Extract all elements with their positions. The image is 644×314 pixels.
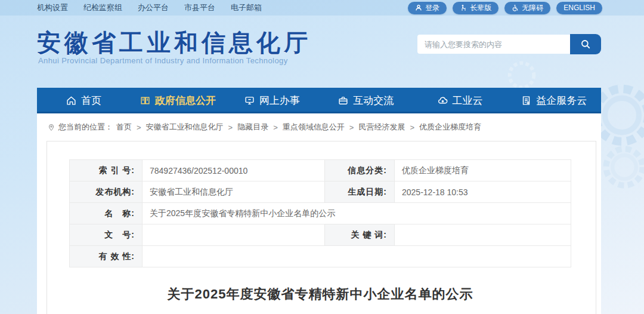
breadcrumb-item-home[interactable]: 首页 bbox=[116, 122, 132, 133]
search-icon bbox=[580, 39, 591, 50]
breadcrumb-prefix: 您当前的位置： bbox=[58, 122, 113, 133]
elder-icon bbox=[460, 4, 467, 11]
nav-label: 政府信息公开 bbox=[155, 94, 216, 107]
main-nav: 首页 政府信息公开 网上办事 互动交流 工业云 益企服务云 bbox=[37, 88, 601, 113]
location-pin-icon bbox=[48, 123, 55, 132]
breadcrumb-separator: > bbox=[228, 123, 233, 132]
meta-label-issue-date: 生成日期: bbox=[325, 181, 395, 203]
meta-label-validity: 有 效 性: bbox=[70, 246, 143, 267]
document-icon bbox=[521, 96, 531, 106]
article-title: 关于2025年度安徽省专精特新中小企业名单的公示 bbox=[69, 285, 571, 303]
breadcrumb-item-enterprise-cultivation[interactable]: 优质企业梯度培育 bbox=[419, 122, 481, 133]
breadcrumb: 您当前的位置： 首页 > 安徽省工业和信息化厅 > 隐藏目录 > 重点领域信息公… bbox=[37, 113, 601, 140]
meta-value-info-category: 优质企业梯度培育 bbox=[395, 160, 571, 181]
elder-version-label: 长辈版 bbox=[470, 3, 491, 13]
top-link-email[interactable]: 电子邮箱 bbox=[231, 2, 262, 13]
nav-label: 益企服务云 bbox=[536, 94, 587, 107]
nav-item-interaction[interactable]: 互动交流 bbox=[319, 88, 413, 113]
document-meta-table: 索 引 号: 784927436/202512-00010 信息分类: 优质企业… bbox=[69, 159, 571, 267]
top-link-discipline[interactable]: 纪检监察组 bbox=[83, 2, 122, 13]
meta-label-info-category: 信息分类: bbox=[325, 160, 395, 181]
breadcrumb-separator: > bbox=[273, 123, 278, 132]
nav-item-enterprise-service-cloud[interactable]: 益企服务云 bbox=[507, 88, 601, 113]
cloud-icon bbox=[438, 96, 448, 106]
login-label: 登录 bbox=[425, 3, 439, 13]
nav-item-online-service[interactable]: 网上办事 bbox=[225, 88, 319, 113]
meta-label-keywords: 关 键 词: bbox=[325, 224, 395, 246]
nav-label: 互动交流 bbox=[353, 94, 394, 107]
search-button[interactable] bbox=[570, 34, 601, 54]
site-header: 安徽省工业和信息化厅 Anhui Provincial Department o… bbox=[0, 16, 644, 88]
table-row: 索 引 号: 784927436/202512-00010 信息分类: 优质企业… bbox=[70, 160, 571, 181]
briefcase-icon bbox=[338, 96, 348, 106]
gear-watermark bbox=[597, 140, 644, 194]
nav-label: 网上办事 bbox=[259, 94, 300, 107]
table-row: 发布机构: 安徽省工业和信息化厅 生成日期: 2025-12-18 10:53 bbox=[70, 181, 571, 203]
breadcrumb-separator: > bbox=[410, 123, 414, 132]
breadcrumb-item-private-economy[interactable]: 民营经济发展 bbox=[358, 122, 405, 133]
top-link-city-platform[interactable]: 市县平台 bbox=[184, 2, 215, 13]
accessibility-button[interactable]: 无障碍 bbox=[504, 2, 550, 14]
english-button[interactable]: ENGLISH bbox=[556, 2, 602, 14]
article-card: 索 引 号: 784927436/202512-00010 信息分类: 优质企业… bbox=[47, 141, 596, 314]
table-row: 有 效 性: bbox=[70, 246, 571, 267]
table-row: 文 号: 关 键 词: bbox=[70, 224, 571, 246]
meta-value-index-number: 784927436/202512-00010 bbox=[143, 160, 325, 181]
english-label: ENGLISH bbox=[564, 4, 595, 12]
content-area: 您当前的位置： 首页 > 安徽省工业和信息化厅 > 隐藏目录 > 重点领域信息公… bbox=[37, 113, 601, 314]
nav-item-gov-info[interactable]: 政府信息公开 bbox=[131, 88, 225, 113]
nav-label: 首页 bbox=[81, 94, 101, 107]
monitor-icon bbox=[244, 96, 255, 106]
meta-value-issue-date: 2025-12-18 10:53 bbox=[395, 181, 571, 203]
nav-item-industrial-cloud[interactable]: 工业云 bbox=[413, 88, 507, 113]
meta-value-doc-number bbox=[143, 224, 325, 246]
page: 机构设置 纪检监察组 办公平台 市县平台 电子邮箱 登录 长辈版 无障碍 ENG… bbox=[0, 0, 644, 314]
top-actions: 登录 长辈版 无障碍 ENGLISH bbox=[408, 2, 602, 14]
nav-item-home[interactable]: 首页 bbox=[37, 88, 131, 113]
meta-value-title: 关于2025年度安徽省专精特新中小企业名单的公示 bbox=[143, 203, 571, 224]
meta-label-index-number: 索 引 号: bbox=[70, 160, 143, 181]
breadcrumb-separator: > bbox=[349, 123, 354, 132]
elder-version-button[interactable]: 长辈版 bbox=[453, 2, 499, 14]
meta-value-validity bbox=[143, 246, 571, 267]
breadcrumb-item-dept[interactable]: 安徽省工业和信息化厅 bbox=[146, 122, 224, 133]
table-row: 名 称: 关于2025年度安徽省专精特新中小企业名单的公示 bbox=[70, 203, 571, 224]
nav-label: 工业云 bbox=[453, 94, 483, 107]
meta-value-keywords bbox=[395, 224, 571, 246]
top-link-office-platform[interactable]: 办公平台 bbox=[138, 2, 169, 13]
site-subtitle: Anhui Provincial Department of Industry … bbox=[38, 56, 288, 65]
site-title: 安徽省工业和信息化厅 bbox=[37, 26, 311, 59]
breadcrumb-separator: > bbox=[137, 123, 141, 132]
meta-label-publisher: 发布机构: bbox=[70, 181, 143, 203]
login-button[interactable]: 登录 bbox=[408, 2, 447, 14]
meta-label-title: 名 称: bbox=[70, 203, 143, 224]
home-icon bbox=[66, 96, 76, 106]
user-icon bbox=[415, 4, 422, 11]
meta-label-doc-number: 文 号: bbox=[70, 224, 143, 246]
book-icon bbox=[140, 96, 150, 106]
breadcrumb-item-hidden-dir[interactable]: 隐藏目录 bbox=[237, 122, 268, 133]
top-link-org[interactable]: 机构设置 bbox=[37, 2, 68, 13]
search-input[interactable] bbox=[417, 35, 570, 54]
site-search bbox=[417, 34, 601, 54]
meta-value-publisher: 安徽省工业和信息化厅 bbox=[143, 181, 325, 203]
accessibility-label: 无障碍 bbox=[522, 3, 543, 13]
breadcrumb-item-key-fields[interactable]: 重点领域信息公开 bbox=[283, 122, 345, 133]
accessibility-icon bbox=[512, 4, 519, 11]
top-links: 机构设置 纪检监察组 办公平台 市县平台 电子邮箱 bbox=[37, 2, 262, 13]
top-utility-bar: 机构设置 纪检监察组 办公平台 市县平台 电子邮箱 登录 长辈版 无障碍 ENG… bbox=[0, 0, 644, 16]
